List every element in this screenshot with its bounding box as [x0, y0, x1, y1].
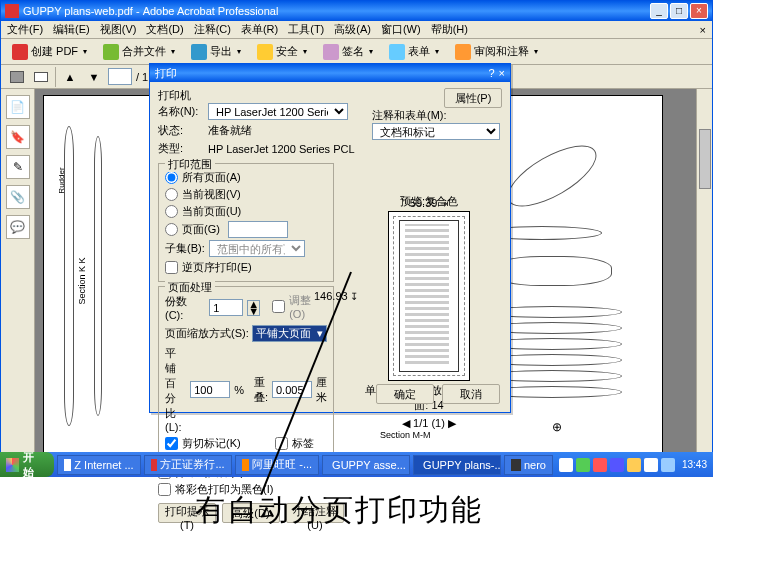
page-up-icon[interactable]: ▲: [60, 67, 80, 87]
menu-window[interactable]: 窗口(W): [381, 22, 421, 37]
task-item[interactable]: nero: [504, 455, 553, 475]
task-item[interactable]: 方正证券行...: [144, 455, 232, 475]
dialog-title-bar: 打印 ? ×: [150, 64, 510, 82]
cancel-button[interactable]: 取消: [442, 384, 500, 404]
copies-down[interactable]: ▼: [248, 308, 259, 315]
close-button[interactable]: ×: [690, 3, 708, 19]
bookmarks-panel-icon[interactable]: 🔖: [6, 125, 30, 149]
name-label: 名称(N):: [158, 104, 204, 119]
title-bar: GUPPY plans-web.pdf - Adobe Acrobat Prof…: [1, 1, 712, 21]
tray-icon[interactable]: [627, 458, 641, 472]
export-button[interactable]: 导出▾: [186, 42, 246, 62]
sign-button[interactable]: 签名▾: [318, 42, 378, 62]
task-item[interactable]: GUPPY plans-...: [413, 455, 501, 475]
preview-next-icon[interactable]: ▶: [448, 417, 456, 429]
menu-forms[interactable]: 表单(R): [241, 22, 278, 37]
comments-forms-select[interactable]: 文档和标记: [372, 123, 500, 140]
menu-bar: 文件(F) 编辑(E) 视图(V) 文档(D) 注释(C) 表单(R) 工具(T…: [1, 21, 712, 39]
range-all-radio[interactable]: 所有页面(A): [165, 170, 327, 185]
task-item[interactable]: GUPPY asse...: [322, 455, 410, 475]
pages-panel-icon[interactable]: 📄: [6, 95, 30, 119]
menu-tools[interactable]: 工具(T): [288, 22, 324, 37]
windows-logo-icon: [6, 458, 19, 472]
range-current-page-radio[interactable]: 当前页面(U): [165, 204, 327, 219]
tray-icon[interactable]: [576, 458, 590, 472]
subset-select[interactable]: 范围中的所有页面: [209, 240, 305, 257]
combine-button[interactable]: 合并文件▾: [98, 42, 180, 62]
toolbar-main: 创建 PDF▾ 合并文件▾ 导出▾ 安全▾ 签名▾ 表单▾ 审阅和注释▾: [1, 39, 712, 65]
status-label: 状态:: [158, 123, 204, 138]
status-value: 准备就绪: [208, 123, 252, 138]
clock[interactable]: 13:43: [682, 459, 707, 470]
create-pdf-button[interactable]: 创建 PDF▾: [7, 42, 92, 62]
menu-document[interactable]: 文档(D): [146, 22, 183, 37]
minimize-button[interactable]: _: [650, 3, 668, 19]
cut-marks-check[interactable]: 剪切标记(K): [165, 436, 241, 451]
windows-taskbar: 开始 Z Internet ... 方正证券行... 阿里旺旺 -... GUP…: [0, 452, 713, 477]
page-input[interactable]: [108, 68, 132, 85]
start-button[interactable]: 开始: [0, 452, 54, 477]
menu-comments[interactable]: 注释(C): [194, 22, 231, 37]
print-range-group: 打印范围 所有页面(A) 当前视图(V) 当前页面(U) 页面(G) 子集(B)…: [158, 163, 334, 282]
tray-icon[interactable]: [610, 458, 624, 472]
title-app: Adobe Acrobat Professional: [143, 5, 279, 17]
reverse-order-check[interactable]: 逆页序打印(E): [165, 260, 327, 275]
page-total: / 1: [136, 71, 148, 83]
tray-icon[interactable]: [644, 458, 658, 472]
menu-edit[interactable]: 编辑(E): [53, 22, 90, 37]
range-current-view-radio[interactable]: 当前视图(V): [165, 187, 327, 202]
nav-sidebar: 📄 🔖 ✎ 📎 💬: [1, 89, 35, 468]
dialog-help-icon[interactable]: ?: [488, 64, 494, 82]
tray-icon[interactable]: [593, 458, 607, 472]
signatures-panel-icon[interactable]: ✎: [6, 155, 30, 179]
printer-section-label: 打印机: [158, 88, 362, 103]
maximize-button[interactable]: □: [670, 3, 688, 19]
forms-button[interactable]: 表单▾: [384, 42, 444, 62]
page-scaling-select[interactable]: 平铺大页面▾: [252, 325, 327, 342]
close-doc-button[interactable]: ×: [700, 24, 706, 36]
dialog-close-icon[interactable]: ×: [499, 64, 505, 82]
menu-help[interactable]: 帮助(H): [431, 22, 468, 37]
menu-file[interactable]: 文件(F): [7, 22, 43, 37]
ok-button[interactable]: 确定: [376, 384, 434, 404]
page-down-icon[interactable]: ▼: [84, 67, 104, 87]
review-button[interactable]: 审阅和注释▾: [450, 42, 543, 62]
comments-forms-label: 注释和表单(M):: [372, 108, 502, 123]
scrollbar-vertical[interactable]: [696, 89, 712, 468]
type-label: 类型:: [158, 141, 204, 156]
tray-icon[interactable]: [661, 458, 675, 472]
secure-button[interactable]: 安全▾: [252, 42, 312, 62]
acrobat-window: GUPPY plans-web.pdf - Adobe Acrobat Prof…: [0, 0, 713, 469]
type-value: HP LaserJet 1200 Series PCL: [208, 143, 355, 155]
annotation-text: 有自动分页打印功能: [195, 490, 483, 531]
menu-advanced[interactable]: 高级(A): [334, 22, 371, 37]
email-icon[interactable]: [31, 67, 51, 87]
preview-prev-icon[interactable]: ◀: [402, 417, 410, 429]
tray-icon[interactable]: [559, 458, 573, 472]
pages-input[interactable]: [228, 221, 288, 238]
copies-input[interactable]: [209, 299, 243, 316]
properties-button[interactable]: 属性(P): [444, 88, 502, 108]
tile-scale-input[interactable]: [190, 381, 230, 398]
pdf-icon: [5, 4, 19, 18]
system-tray: 13:43: [553, 452, 713, 477]
print-icon[interactable]: [7, 67, 27, 87]
attachments-panel-icon[interactable]: 📎: [6, 185, 30, 209]
printer-select[interactable]: HP LaserJet 1200 Series PCL: [208, 103, 348, 120]
preview-thumbnail: [388, 211, 470, 381]
dialog-title: 打印: [155, 64, 177, 82]
print-dialog: 打印 ? × 打印机 名称(N): HP LaserJet 1200 Serie…: [149, 63, 511, 413]
range-pages-radio[interactable]: 页面(G): [165, 221, 327, 238]
menu-view[interactable]: 视图(V): [100, 22, 137, 37]
title-doc: GUPPY plans-web.pdf: [23, 5, 133, 17]
comments-panel-icon[interactable]: 💬: [6, 215, 30, 239]
task-item[interactable]: Z Internet ...: [57, 455, 141, 475]
